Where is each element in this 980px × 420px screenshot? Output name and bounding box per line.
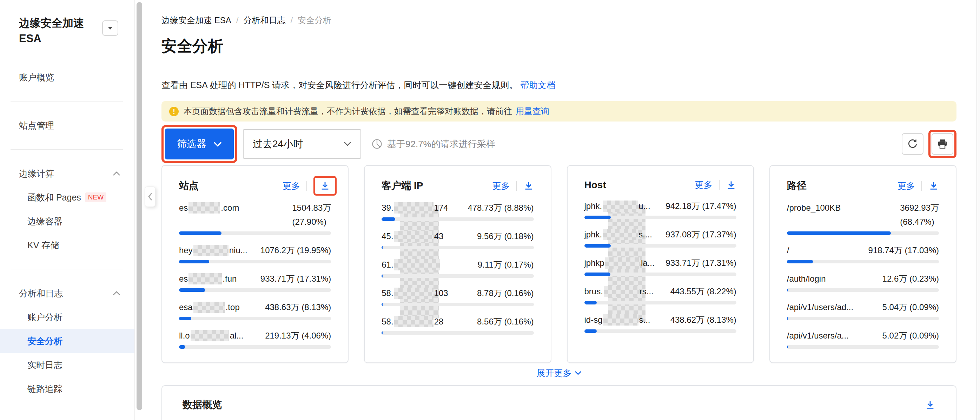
item-line: 58.288.56万 (0.16%) [382,315,533,329]
item-name: heyniu... [179,243,247,257]
item-name-prefix: jphkp [584,256,605,270]
filter-button[interactable]: 筛选器 [165,129,234,160]
item-value: 219.13万 (4.06%) [260,329,331,343]
print-button[interactable] [932,133,953,155]
page-scrollbar[interactable] [977,0,980,420]
item-bar-track [179,288,331,292]
more-link[interactable]: 更多 [897,180,915,192]
item-name-suffix: .fun [223,272,237,286]
sidebar-item-label: 边缘计算 [19,168,54,179]
refresh-button[interactable] [902,133,923,155]
sidebar-scrollbar[interactable] [137,2,142,410]
item-value-line: 8.56万 (0.16%) [477,315,533,329]
item-bar-fill [179,288,205,292]
breadcrumb-item[interactable]: 边缘安全加速 ESA [161,15,231,26]
item-bar-fill [382,246,383,249]
item-name-prefix: /api/v1/users/a... [787,329,849,343]
item-value-line: 443.55万 (8.22%) [670,284,737,299]
item-name-prefix: /probe_100KB [787,201,841,215]
breadcrumb-item[interactable]: 分析和日志 [243,15,285,26]
censored-mosaic [603,314,638,326]
chevron-down-icon [574,371,582,375]
item-name-suffix: 28 [434,315,444,329]
filter-annotation-box: 筛选器 [161,125,237,163]
breadcrumb-separator: / [290,16,293,25]
item-name: /auth/login [787,272,826,286]
expand-more-link[interactable]: 展开更多 [537,367,582,379]
item-name-prefix: 61. [382,258,393,272]
download-button[interactable] [726,180,737,190]
item-line: es.com1504.83万(27.90%) [179,201,331,229]
product-switcher-button[interactable] [102,20,118,36]
item-value-line: 12.6万 (0.23%) [883,272,939,286]
item-bar-fill [584,273,611,276]
sidebar-item[interactable]: KV 存储 [0,233,134,257]
sidebar-item-label: 分析和日志 [19,287,63,299]
sidebar-item[interactable]: 分析和日志 [0,281,134,305]
list-item: jphk.s....937.08万 (17.37%) [584,228,737,248]
item-line: 45.439.56万 (0.18%) [382,229,533,243]
item-value-line: 9.56万 (0.18%) [477,229,533,243]
sidebar-item[interactable]: 账户分析 [0,305,134,329]
sidebar-item[interactable]: 边缘容器 [0,209,134,233]
sidebar-item[interactable]: 链路追踪 [0,377,134,401]
list-item: /probe_100KB3692.93万(68.47%) [787,201,939,235]
sidebar-item[interactable]: 实时日志 [0,353,134,377]
card-header: 路径 更多 [787,179,939,192]
card-rows: jphk.u...942.18万 (17.47%)jphk.s....937.0… [584,199,737,333]
more-link[interactable]: 更多 [283,180,300,192]
list-item: brus.rs...443.55万 (8.22%) [584,284,737,305]
more-link[interactable]: 更多 [492,180,510,192]
sidebar-divider [11,269,123,269]
item-bar-track [584,273,737,276]
item-value-line: 438.62万 (8.13%) [670,313,737,327]
sidebar-header: 边缘安全加速 ESA [0,0,134,46]
list-item: /api/v1/users/ad...5.04万 (0.09%) [787,300,939,320]
sidebar-collapse-handle[interactable] [145,187,156,207]
sidebar-item[interactable]: 函数和 PagesNEW [0,185,134,209]
toolbar: 筛选器 过去24小时 基于92.7%的 [161,125,956,163]
time-range-select[interactable]: 过去24小时 [243,129,361,159]
sidebar-item-label: 站点管理 [19,120,54,131]
download-button[interactable] [313,176,337,196]
download-icon [523,180,534,191]
more-link[interactable]: 更多 [695,179,713,191]
item-value: 438.63万 (8.13%) [260,300,331,314]
download-button[interactable] [928,180,939,191]
censored-mosaic [603,229,638,240]
item-value-line: 9.11万 (0.17%) [478,258,534,272]
item-name-suffix: 103 [434,286,448,300]
sidebar-item[interactable]: 账户概览 [0,65,134,89]
item-bar-fill [382,331,383,335]
sidebar-item[interactable]: 站点管理 [0,113,134,137]
sidebar-item[interactable]: 安全分析 [0,329,134,353]
separator [921,181,922,191]
item-bar-fill [179,232,221,235]
item-value-line: 933.71万 (17.31%) [261,272,331,286]
sidebar-divider-line [134,0,135,420]
item-value-line: 3692.93万 [900,201,939,215]
card-rows: es.com1504.83万(27.90%)heyniu...1076.2万 (… [179,201,331,349]
expand-more-label: 展开更多 [537,367,572,379]
page-description: 查看由 ESA 处理的 HTTP/S 请求，对安全风险进行分析评估，同时可以一键… [161,79,956,91]
sidebar-item[interactable]: 边缘计算 [0,161,134,185]
overview-download-button[interactable] [925,400,935,410]
sidebar-item-label: 链路追踪 [27,383,62,395]
item-bar-fill [382,217,395,221]
list-item: id-sgs...438.62万 (8.13%) [584,313,737,333]
item-name-prefix: jphk. [584,228,602,242]
download-button[interactable] [523,180,534,191]
item-value: 443.55万 (8.22%) [665,284,737,299]
list-item: 39.174478.73万 (8.88%) [382,201,533,221]
censored-mosaic [604,286,639,297]
help-doc-link[interactable]: 帮助文档 [520,80,555,90]
item-name-prefix: / [787,243,789,257]
usage-query-link[interactable]: 用量查询 [515,106,549,117]
main-content: 边缘安全加速 ESA/分析和日志/安全分析 安全分析 查看由 ESA 处理的 H… [144,0,977,420]
item-name-suffix: s.... [638,228,652,242]
item-name-suffix: .com [221,201,239,215]
censored-mosaic [605,257,640,269]
item-name-prefix: 39. [382,201,393,215]
download-icon [928,180,939,191]
filter-button-label: 筛选器 [177,137,207,151]
